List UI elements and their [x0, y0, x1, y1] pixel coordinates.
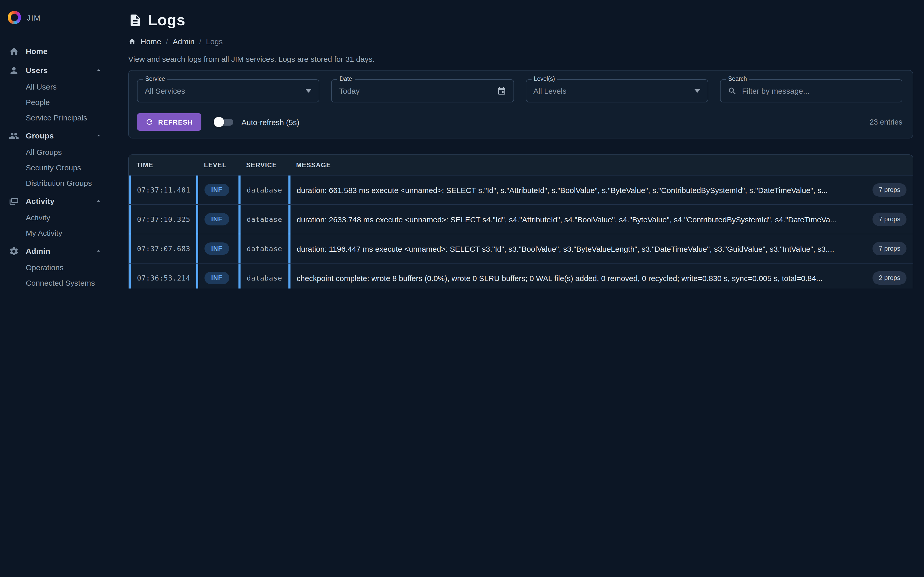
logs-page: JIM HomeUsersAll UsersPeopleService Prin…: [0, 0, 924, 288]
log-level-cell: INF: [196, 205, 239, 234]
log-time: 07:37:11.481: [137, 186, 190, 194]
sidebar-subitem-all-groups[interactable]: All Groups: [0, 144, 115, 160]
levels-label: Level(s): [531, 76, 557, 82]
date-value: Today: [339, 87, 360, 95]
chevron-up-icon[interactable]: [95, 66, 102, 74]
table-header: TIME LEVEL SERVICE MESSAGE: [129, 155, 913, 175]
chevron-up-icon[interactable]: [95, 197, 102, 205]
sidebar-subitem-operations[interactable]: Operations: [0, 259, 115, 275]
sidebar-item-home[interactable]: Home: [0, 43, 115, 60]
search-label: Search: [726, 76, 750, 82]
auto-refresh-toggle[interactable]: [213, 116, 235, 128]
log-service: database: [247, 186, 282, 194]
gear-icon: [9, 246, 19, 256]
breadcrumb-admin[interactable]: Admin: [173, 37, 194, 46]
refresh-icon: [145, 118, 153, 126]
page-title: Logs: [148, 11, 186, 29]
search-icon: [728, 86, 737, 95]
column-header-level: LEVEL: [196, 161, 239, 169]
log-time: 07:37:07.683: [137, 245, 190, 253]
service-value: All Services: [145, 87, 185, 95]
chevron-down-icon: [694, 89, 701, 93]
sidebar-subitem-service-principals[interactable]: Service Principals: [0, 110, 115, 125]
service-select[interactable]: Service All Services: [137, 79, 320, 102]
sidebar-subitem-activity[interactable]: Activity: [0, 210, 115, 225]
table-body: 07:37:11.481INFdatabaseduration: 661.583…: [129, 175, 913, 288]
props-chip[interactable]: 2 props: [873, 271, 906, 285]
log-message: checkpoint complete: wrote 8 buffers (0.…: [297, 272, 822, 284]
log-service: database: [247, 274, 282, 282]
chevron-up-icon[interactable]: [95, 247, 102, 255]
level-badge: INF: [205, 184, 229, 196]
log-time-cell: 07:37:07.683: [129, 234, 196, 263]
refresh-button-label: REFRESH: [158, 118, 193, 126]
levels-value: All Levels: [533, 87, 566, 95]
logs-table: TIME LEVEL SERVICE MESSAGE 07:37:11.481I…: [128, 155, 913, 288]
activity-icon: [9, 196, 19, 206]
jim-logo-icon: [8, 11, 21, 24]
sidebar-item-label: Admin: [26, 247, 50, 255]
log-row[interactable]: 07:37:07.683INFdatabaseduration: 1196.44…: [129, 234, 913, 263]
date-field[interactable]: Date Today: [331, 79, 514, 102]
page-title-row: Logs: [128, 11, 913, 29]
search-placeholder: Filter by message...: [742, 87, 810, 95]
log-message-cell: checkpoint complete: wrote 8 buffers (0.…: [288, 264, 913, 288]
sidebar-subitem-security-groups[interactable]: Security Groups: [0, 160, 115, 175]
sidebar-item-label: Groups: [26, 131, 54, 140]
log-service-cell: database: [239, 176, 288, 204]
log-message: duration: 1196.447 ms execute <unnamed>:…: [297, 243, 834, 254]
props-chip[interactable]: 7 props: [873, 183, 906, 197]
sidebar-nav: HomeUsersAll UsersPeopleService Principa…: [0, 28, 115, 288]
chevron-up-icon[interactable]: [95, 132, 102, 140]
home-icon: [9, 46, 19, 56]
level-badge: INF: [205, 272, 229, 284]
log-service-cell: database: [239, 234, 288, 263]
sidebar-item-users[interactable]: Users: [0, 62, 115, 79]
entries-count: 23 entries: [870, 118, 902, 126]
calendar-icon[interactable]: [497, 86, 506, 95]
breadcrumb-separator: /: [199, 37, 201, 46]
sidebar-subitem-connected-systems[interactable]: Connected Systems: [0, 275, 115, 288]
sidebar-item-label: Activity: [26, 197, 55, 205]
refresh-button[interactable]: REFRESH: [137, 113, 201, 131]
groups-icon: [9, 131, 19, 141]
log-row[interactable]: 07:36:53.214INFdatabasecheckpoint comple…: [129, 263, 913, 288]
log-level-cell: INF: [196, 234, 239, 263]
search-input[interactable]: Search Filter by message...: [720, 79, 903, 102]
sidebar-item-activity[interactable]: Activity: [0, 192, 115, 210]
sidebar-item-admin[interactable]: Admin: [0, 242, 115, 259]
brand-name: JIM: [27, 13, 41, 22]
props-chip[interactable]: 7 props: [873, 213, 906, 226]
brand-row[interactable]: JIM: [0, 0, 115, 28]
breadcrumb-home[interactable]: Home: [141, 37, 161, 46]
sidebar-subitem-people[interactable]: People: [0, 94, 115, 110]
sidebar-item-groups[interactable]: Groups: [0, 127, 115, 144]
log-message-cell: duration: 1196.447 ms execute <unnamed>:…: [288, 234, 913, 263]
breadcrumb-logs: Logs: [206, 37, 223, 46]
sidebar-subitem-all-users[interactable]: All Users: [0, 79, 115, 94]
log-time-cell: 07:37:11.481: [129, 176, 196, 204]
log-message: duration: 661.583 ms execute <unnamed>: …: [297, 185, 828, 195]
log-time: 07:37:10.325: [137, 215, 190, 223]
sidebar-subitem-my-activity[interactable]: My Activity: [0, 225, 115, 240]
filter-actions: REFRESH Auto-refresh (5s) 23 entries: [137, 113, 902, 131]
levels-select[interactable]: Level(s) All Levels: [526, 79, 708, 102]
column-header-service: SERVICE: [239, 161, 288, 169]
sidebar-item-label: Home: [26, 47, 48, 56]
auto-refresh-label: Auto-refresh (5s): [241, 118, 299, 126]
log-service: database: [247, 245, 282, 253]
log-message-cell: duration: 661.583 ms execute <unnamed>: …: [288, 176, 913, 204]
log-service-cell: database: [239, 264, 288, 288]
log-row[interactable]: 07:37:10.325INFdatabaseduration: 2633.74…: [129, 204, 913, 234]
sidebar-subitem-distribution-groups[interactable]: Distribution Groups: [0, 175, 115, 190]
column-header-time: TIME: [129, 161, 196, 169]
log-service: database: [247, 215, 282, 223]
toggle-knob: [213, 117, 224, 127]
log-row[interactable]: 07:37:11.481INFdatabaseduration: 661.583…: [129, 175, 913, 204]
home-icon: [128, 37, 136, 45]
document-icon: [128, 13, 142, 27]
log-time: 07:36:53.214: [137, 274, 190, 282]
log-time-cell: 07:36:53.214: [129, 264, 196, 288]
main-content: Logs Home / Admin / Logs View and search…: [115, 0, 924, 288]
props-chip[interactable]: 7 props: [873, 242, 906, 255]
